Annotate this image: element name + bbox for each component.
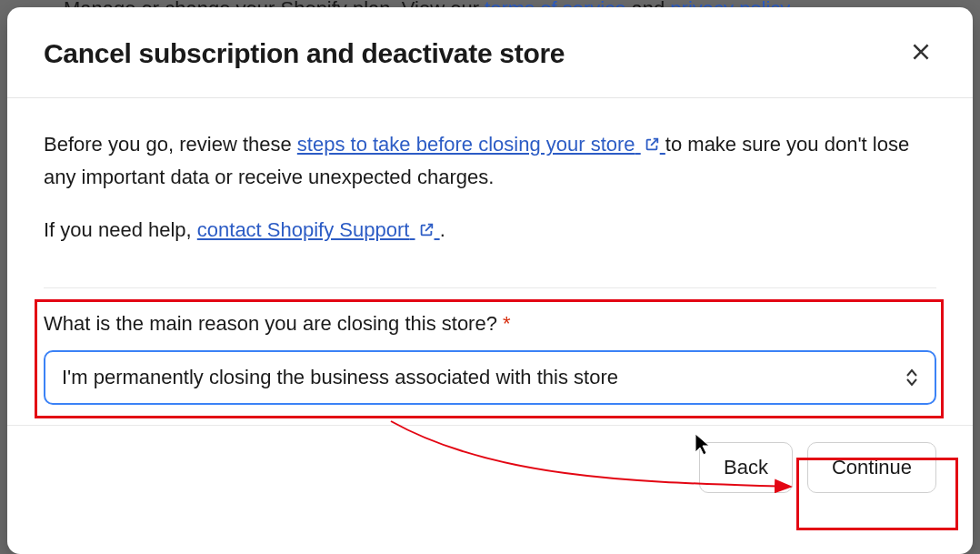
- select-arrows-icon: [905, 368, 918, 387]
- external-link-icon: [644, 131, 660, 162]
- modal-footer: Back Continue: [7, 425, 973, 522]
- external-link-icon: [418, 217, 435, 247]
- continue-button[interactable]: Continue: [807, 442, 936, 493]
- required-indicator: *: [503, 312, 511, 335]
- body-paragraph-2: If you need help, contact Shopify Suppor…: [44, 215, 936, 247]
- back-button[interactable]: Back: [699, 442, 793, 493]
- close-button[interactable]: [905, 36, 936, 70]
- reason-select[interactable]: I'm permanently closing the business ass…: [44, 350, 936, 405]
- reason-label: What is the main reason you are closing …: [44, 312, 936, 336]
- modal-body: Before you go, review these steps to tak…: [7, 98, 973, 287]
- reason-section: What is the main reason you are closing …: [7, 288, 973, 425]
- modal-title: Cancel subscription and deactivate store: [44, 38, 565, 69]
- close-icon: [909, 40, 933, 66]
- cancel-subscription-modal: Cancel subscription and deactivate store…: [7, 7, 973, 554]
- contact-support-link[interactable]: contact Shopify Support: [197, 218, 440, 241]
- steps-before-closing-link[interactable]: steps to take before closing your store: [297, 133, 665, 156]
- modal-header: Cancel subscription and deactivate store: [7, 7, 973, 98]
- reason-selected-value: I'm permanently closing the business ass…: [62, 366, 618, 389]
- body-paragraph-1: Before you go, review these steps to tak…: [44, 129, 936, 193]
